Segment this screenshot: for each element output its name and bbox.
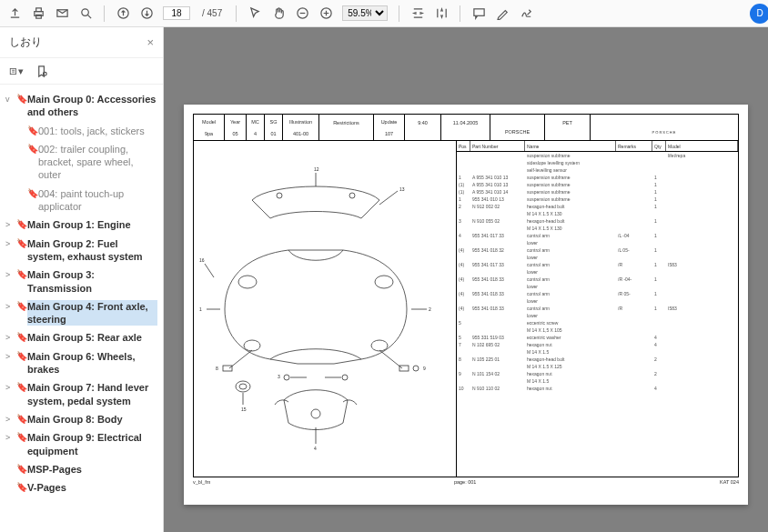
svg-point-27 xyxy=(239,384,247,389)
bookmark-item[interactable]: >🔖Main Group 7: Hand lever system, pedal… xyxy=(4,378,159,410)
bookmark-item[interactable]: v🔖Main Group 0: Accessories and others xyxy=(4,90,159,122)
svg-point-36 xyxy=(284,375,289,380)
table-row: M 14 X 1,5 X 105 xyxy=(457,326,738,334)
pencil-icon[interactable] xyxy=(495,6,510,21)
upload-icon[interactable] xyxy=(7,6,22,21)
svg-rect-10 xyxy=(10,68,15,74)
table-row: lower xyxy=(457,283,738,290)
svg-text:13: 13 xyxy=(399,186,405,192)
document-viewport[interactable]: Model9paYear05MC4SG01Illustration401-00R… xyxy=(164,27,768,532)
table-row: (4)955 341 018 33control arm/R1I583 xyxy=(457,305,738,312)
svg-point-20 xyxy=(244,340,260,351)
bookmark-item[interactable]: 🔖V-Pages xyxy=(4,478,159,497)
svg-point-21 xyxy=(371,340,388,351)
comment-icon[interactable] xyxy=(471,6,486,21)
bookmark-item[interactable]: >🔖Main Group 3: Transmission xyxy=(4,266,159,297)
print-icon[interactable] xyxy=(31,6,45,21)
table-row: self-levelling sensor xyxy=(457,166,738,174)
svg-line-30 xyxy=(205,264,214,277)
svg-text:9: 9 xyxy=(423,366,426,371)
svg-rect-9 xyxy=(474,9,484,16)
pointer-icon[interactable] xyxy=(248,6,262,21)
table-row: 1A 955 341 010 13suspension subframe1 xyxy=(457,174,738,181)
bookmark-item[interactable]: >🔖Main Group 5: Rear axle xyxy=(4,328,159,346)
svg-point-13 xyxy=(349,193,355,198)
bookmark-item[interactable]: 🔖MSP-Pages xyxy=(4,460,159,478)
table-row: (4)955 341 018 33control arm/R 05-1 xyxy=(457,290,738,297)
bookmark-tree: v🔖Main Group 0: Accessories and others🔖0… xyxy=(0,85,163,532)
table-row: M 14 X 1.5 X 125 xyxy=(457,363,738,370)
bookmarks-sidebar: しおり × ▾ v🔖Main Group 0: Accessories and … xyxy=(0,27,164,532)
zoom-in-icon[interactable] xyxy=(318,6,333,21)
table-row: (1)A 955 341 010 14suspension subframe1 xyxy=(457,188,738,196)
parts-table: PosPart NumberNameRemarksQtyModel suspen… xyxy=(457,141,739,477)
hand-icon[interactable] xyxy=(271,6,286,21)
table-row: 4955 341 017 33control arm/L -041 xyxy=(457,232,738,239)
bookmark-find-icon[interactable] xyxy=(35,64,49,78)
svg-line-44 xyxy=(229,350,252,368)
svg-point-32 xyxy=(311,409,320,418)
table-row: (1)A 955 341 010 13suspension subframe1 xyxy=(457,181,738,188)
bookmark-item[interactable]: >🔖Main Group 1: Engine xyxy=(4,216,159,234)
table-row: lower xyxy=(457,239,738,246)
svg-rect-2 xyxy=(35,15,41,18)
bookmark-item[interactable]: >🔖Main Group 2: Fuel system, exhaust sys… xyxy=(4,235,159,266)
bookmark-item[interactable]: >🔖Main Group 4: Front axle, steering xyxy=(4,297,159,329)
table-row: (4)955 341 017 33control arm/R1I583 xyxy=(457,261,738,268)
page-total: / 457 xyxy=(199,8,225,18)
svg-point-19 xyxy=(375,276,393,288)
table-row: 1955 341 010 13suspension subframe1 xyxy=(457,196,738,203)
svg-text:16: 16 xyxy=(199,257,205,263)
table-row: 8N 105 225 01hexagon-head bolt2 xyxy=(457,356,738,363)
svg-text:1: 1 xyxy=(199,306,202,312)
svg-text:8: 8 xyxy=(216,366,218,371)
svg-text:3: 3 xyxy=(278,374,280,379)
bookmark-item[interactable]: 🔖002: trailer coupling, bracket, spare w… xyxy=(4,140,159,185)
sidebar-title: しおり xyxy=(9,35,42,50)
bookmark-item[interactable]: >🔖Main Group 9: Electrical equipment xyxy=(4,428,159,460)
sign-icon[interactable] xyxy=(519,6,533,21)
zoom-out-icon[interactable] xyxy=(295,6,309,21)
mail-icon[interactable] xyxy=(55,6,69,21)
svg-rect-1 xyxy=(35,8,41,12)
document-page: Model9paYear05MC4SG01Illustration401-00R… xyxy=(184,105,748,505)
table-row: 5eccentric screw xyxy=(457,319,738,326)
table-row: suspension subframelifet/repa xyxy=(457,152,738,159)
table-row: lower xyxy=(457,254,738,261)
search-icon[interactable] xyxy=(78,6,93,21)
table-row: 3N 910 055 02hexagon-head bolt1 xyxy=(457,217,738,225)
first-page-icon[interactable] xyxy=(116,6,130,21)
profile-badge[interactable]: D xyxy=(750,4,768,24)
table-row: 7N 102 695 02hexagon nut4 xyxy=(457,341,738,348)
last-page-icon[interactable] xyxy=(139,6,154,21)
table-row: 2N 912 002 02hexagon-head bolt1 xyxy=(457,203,738,210)
svg-point-11 xyxy=(43,72,46,75)
bookmark-item[interactable]: >🔖Main Group 8: Body xyxy=(4,410,159,428)
table-row: 9N 101 154 02hexagon nut2 xyxy=(457,370,738,377)
fit-width-icon[interactable] xyxy=(410,6,425,21)
fit-page-icon[interactable] xyxy=(434,6,449,21)
svg-rect-41 xyxy=(399,366,409,371)
close-icon[interactable]: × xyxy=(147,35,154,49)
table-row: lower xyxy=(457,268,738,276)
zoom-select[interactable]: 59.5% xyxy=(342,5,388,21)
page-number-input[interactable] xyxy=(163,6,190,20)
table-row: 10N 910 110 02hexagon nut4 xyxy=(457,385,738,392)
table-row: 5955 331 519 03eccentric washer4 xyxy=(457,334,738,341)
svg-text:15: 15 xyxy=(241,407,247,412)
table-row: M 14 X 1.5 xyxy=(457,348,738,356)
illustration-panel: 13 12 1 2 15 16 xyxy=(193,141,457,477)
bookmark-item[interactable]: 🔖004: paint touch-up applicator xyxy=(4,185,159,216)
svg-point-38 xyxy=(342,375,348,380)
svg-point-18 xyxy=(238,276,257,288)
table-row: sideslope levelling system xyxy=(457,159,738,166)
svg-line-40 xyxy=(379,350,402,368)
doc-footer: v_bl_fmpage: 001KAT 024 xyxy=(193,477,739,485)
table-row: lower xyxy=(457,312,738,319)
bookmark-item[interactable]: 🔖001: tools, jack, stickers xyxy=(4,122,159,140)
svg-text:4: 4 xyxy=(314,446,317,451)
svg-text:2: 2 xyxy=(429,306,431,312)
view-options-icon[interactable]: ▾ xyxy=(9,64,24,78)
bookmark-item[interactable]: >🔖Main Group 6: Wheels, brakes xyxy=(4,347,159,379)
table-row: lower xyxy=(457,297,738,305)
